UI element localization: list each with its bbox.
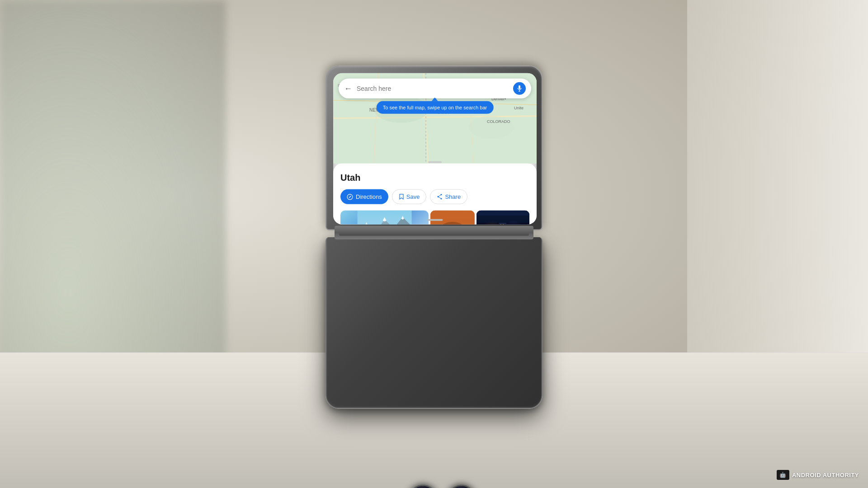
svg-rect-44 (499, 220, 506, 224)
scene: NEVADA UTAH Denver• COLORADO IDAHO Unite (0, 0, 868, 488)
phone-hinge (335, 226, 533, 239)
photo-gallery (340, 211, 529, 225)
share-label: Share (445, 193, 461, 200)
svg-rect-53 (500, 224, 501, 225)
action-buttons: Directions Save (340, 189, 529, 204)
svg-line-24 (438, 197, 441, 199)
svg-rect-16 (519, 85, 520, 89)
search-input: Search here (357, 85, 513, 92)
photo-redrock[interactable] (430, 211, 475, 225)
robot-icon: 🤖 (779, 472, 786, 478)
camera-area (326, 418, 543, 488)
svg-rect-47 (521, 224, 527, 225)
brand-name: ANDROID AUTHORITY (792, 472, 859, 479)
svg-rect-52 (503, 221, 504, 222)
save-button[interactable]: Save (392, 189, 427, 204)
photo-city-night[interactable] (476, 211, 529, 225)
map-tooltip: To see the full map, swipe up on the sea… (377, 101, 494, 114)
phone-device: NEVADA UTAH Denver• COLORADO IDAHO Unite (326, 66, 542, 409)
camera-lens-secondary (447, 484, 476, 488)
phone-screen: NEVADA UTAH Denver• COLORADO IDAHO Unite (333, 73, 537, 225)
bottom-card: Utah Directions (333, 164, 537, 225)
drag-handle-bottom[interactable] (427, 219, 443, 221)
svg-text:Unite: Unite (514, 106, 524, 110)
share-button[interactable]: Share (430, 189, 467, 204)
android-logo: 🤖 (777, 470, 789, 480)
back-button[interactable]: ← (344, 84, 352, 93)
microphone-button[interactable] (513, 82, 526, 95)
search-bar[interactable]: ← Search here (339, 79, 531, 99)
svg-rect-40 (476, 211, 529, 225)
watermark: 🤖 ANDROID AUTHORITY (777, 470, 859, 480)
svg-rect-54 (503, 224, 504, 225)
phone-casing: NEVADA UTAH Denver• COLORADO IDAHO Unite (326, 66, 542, 409)
svg-rect-59 (476, 211, 529, 223)
svg-rect-51 (500, 221, 501, 222)
svg-rect-60 (476, 211, 529, 216)
directions-label: Directions (356, 193, 382, 200)
phone-bottom-half (326, 237, 542, 409)
save-label: Save (406, 193, 420, 200)
place-name: Utah (340, 173, 529, 183)
svg-line-23 (438, 195, 441, 197)
svg-text:COLORADO: COLORADO (487, 119, 510, 124)
drag-handle-top[interactable] (428, 161, 442, 163)
phone-top-half: NEVADA UTAH Denver• COLORADO IDAHO Unite (326, 66, 542, 230)
photo-mountains[interactable] (340, 211, 429, 225)
camera-lens-main (408, 484, 438, 488)
directions-button[interactable]: Directions (340, 189, 388, 204)
